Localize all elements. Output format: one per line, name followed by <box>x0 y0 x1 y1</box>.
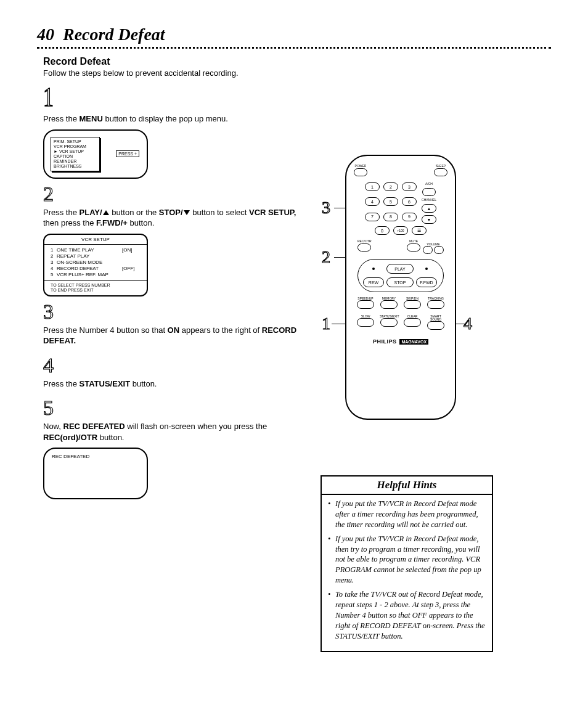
callout-3: 3 <box>322 198 330 218</box>
screen-vcr-setup: VCR SETUP 1ONE TIME PLAY[ON] 2REPEAT PLA… <box>43 234 148 297</box>
memory-button[interactable] <box>380 300 398 309</box>
step-number-3: 3 <box>43 301 54 322</box>
tracking-button[interactable] <box>427 300 444 309</box>
press-plus-label: PRESS + <box>116 150 139 157</box>
remote-brand: PHILIPS MAGNAVOX <box>354 338 447 345</box>
stop-button[interactable]: STOP <box>386 277 414 287</box>
vcr-row: 4RECORD DEFEAT[OFF] <box>51 266 141 272</box>
rec-otr-button[interactable] <box>357 243 371 252</box>
dotted-rule <box>37 47 551 49</box>
ach-button[interactable] <box>422 188 436 196</box>
remote-body: POWER SLEEP 1 2 3 4 5 6 7 8 9 <box>345 155 456 420</box>
step-2-text: Press the PLAY/ button or the STOP/ butt… <box>43 207 308 229</box>
clear-button[interactable] <box>404 318 421 327</box>
vcr-setup-title: VCR SETUP <box>44 235 147 245</box>
channel-down-button[interactable]: ▼ <box>422 215 436 224</box>
vcr-row: 1ONE TIME PLAY[ON] <box>51 247 141 253</box>
menu-panel: PRIM. SETUP VCR PROGRAM ► VCR SETUP CAPT… <box>51 137 100 171</box>
num-3-button[interactable]: 3 <box>402 182 417 191</box>
triangle-up-icon <box>103 210 109 215</box>
channel-up-button[interactable]: ▲ <box>422 204 436 213</box>
speed-button[interactable] <box>357 300 374 309</box>
num-8-button[interactable]: 8 <box>383 213 398 221</box>
intro-text: Follow the steps below to prevent accide… <box>43 68 308 78</box>
mute-button[interactable] <box>407 243 420 252</box>
num-4-button[interactable]: 4 <box>365 197 380 206</box>
hint-item: To take the TV/VCR out of Record Defeat … <box>328 589 486 641</box>
remote-diagram: 3 2 1 4 POWER SLEEP 1 2 3 4 <box>321 155 481 420</box>
vol-up-button[interactable] <box>434 246 444 254</box>
step-4-text: Press the STATUS/EXIT button. <box>43 378 308 390</box>
page-number: 40 <box>37 25 54 44</box>
step-number-1: 1 <box>43 84 54 111</box>
play-button[interactable]: PLAY <box>386 264 414 274</box>
callout-4: 4 <box>463 314 472 333</box>
num-7-button[interactable]: 7 <box>365 213 380 221</box>
callout-1: 1 <box>322 314 330 333</box>
slow-button[interactable] <box>357 318 374 327</box>
power-button[interactable] <box>354 168 367 176</box>
page-title: Record Defeat <box>63 25 165 44</box>
step-3-text: Press the Number 4 button so that ON app… <box>43 325 308 346</box>
menu-button[interactable]: ☰ <box>412 226 427 235</box>
step-number-4: 4 <box>43 355 54 376</box>
left-column: Record Defeat Follow the steps below to … <box>37 56 308 652</box>
transport-cluster: PLAY REW STOP F.FWD <box>357 259 444 292</box>
helpful-hints-box: Helpful Hints If you put the TV/VCR in R… <box>321 475 493 652</box>
screen-rec-defeated: REC DEFEATED <box>43 448 148 499</box>
hint-item: If you put the TV/VCR in Record Defeat m… <box>328 499 486 530</box>
vol-down-button[interactable] <box>423 246 433 254</box>
status-exit-button[interactable] <box>380 318 398 327</box>
sleep-button[interactable] <box>434 168 447 176</box>
vcr-row: 3ON-SCREEN MODE <box>51 260 141 266</box>
screen-popup-menu: PRIM. SETUP VCR PROGRAM ► VCR SETUP CAPT… <box>43 129 148 179</box>
vcr-row: 5VCR PLUS+ REF. MAP <box>51 272 141 278</box>
smart-sound-button[interactable] <box>427 321 444 330</box>
num-2-button[interactable]: 2 <box>383 182 398 191</box>
num-1-button[interactable]: 1 <box>365 182 380 191</box>
rew-button[interactable]: REW <box>363 277 384 287</box>
dot-icon <box>425 268 428 270</box>
dot-icon <box>372 268 375 270</box>
skip-button[interactable] <box>404 300 421 309</box>
page-header: 40 Record Defeat <box>37 25 551 44</box>
step-1-text: Press the MENU button to display the pop… <box>43 113 308 125</box>
vcr-row: 2REPEAT PLAY <box>51 253 141 260</box>
callout-2: 2 <box>322 247 330 267</box>
num-6-button[interactable]: 6 <box>402 197 417 206</box>
num-5-button[interactable]: 5 <box>383 197 398 206</box>
plus100-button[interactable]: +100 <box>393 226 408 235</box>
hint-item: If you put the TV/VCR in Record Defeat m… <box>328 534 486 586</box>
section-subheading: Record Defeat <box>43 56 308 67</box>
right-column: 3 2 1 4 POWER SLEEP 1 2 3 4 <box>321 56 505 652</box>
ffwd-button[interactable]: F.FWD <box>416 277 437 287</box>
hints-title: Helpful Hints <box>322 477 492 495</box>
triangle-down-icon <box>184 210 190 215</box>
step-number-2: 2 <box>43 184 54 205</box>
step-number-5: 5 <box>43 398 54 419</box>
num-9-button[interactable]: 9 <box>402 213 417 221</box>
step-5-text: Now, REC DEFEATED will flash on-screen w… <box>43 421 308 443</box>
num-0-button[interactable]: 0 <box>375 226 390 235</box>
